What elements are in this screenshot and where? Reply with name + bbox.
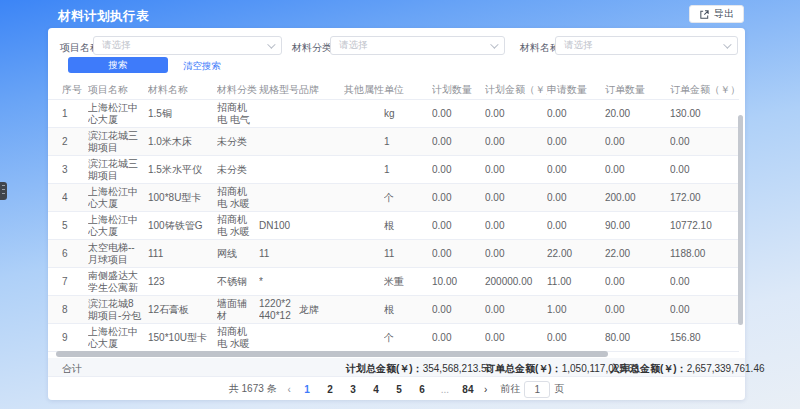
export-button[interactable]: 导出 bbox=[689, 5, 744, 23]
table-cell: 0.00 bbox=[432, 332, 485, 344]
table-cell: 招商机电 水暖材料 bbox=[217, 214, 259, 238]
table-cell: 1.5米水平仪 bbox=[148, 164, 217, 176]
table-cell: 米重 bbox=[384, 276, 432, 288]
horizontal-scrollbar[interactable] bbox=[56, 351, 608, 357]
chevron-down-icon bbox=[267, 40, 275, 48]
material-select[interactable]: 请选择 bbox=[555, 36, 738, 55]
table-body: 1上海松江中心大厦1.5铜招商机电 电气材料kg0.000.000.0020.0… bbox=[48, 100, 739, 352]
project-select-placeholder: 请选择 bbox=[102, 39, 267, 52]
category-select[interactable]: 请选择 bbox=[330, 36, 505, 55]
table-cell: 0.00 bbox=[432, 136, 485, 148]
export-label: 导出 bbox=[714, 7, 734, 21]
inbound-total: 入库总金额(￥)：2,657,339,761.46 bbox=[610, 362, 765, 376]
goto-page-input[interactable] bbox=[524, 381, 550, 398]
next-page-button[interactable]: › bbox=[484, 384, 487, 395]
table-cell: 不锈钢 bbox=[217, 276, 259, 288]
table-cell: 100铸铁管G bbox=[148, 220, 217, 232]
table-row[interactable]: 4上海松江中心大厦100*8U型卡招商机电 水暖材料个0.000.000.002… bbox=[48, 184, 739, 212]
inbound-total-value: 2,657,339,761.46 bbox=[687, 363, 765, 374]
table-row[interactable]: 7南侧盛达大学生公寓新建123不锈钢*米重10.00200000.0011.00… bbox=[48, 268, 739, 296]
table-cell: 0.00 bbox=[547, 192, 605, 204]
table-row[interactable]: 5上海松江中心大厦100铸铁管G招商机电 水暖材料DN100根0.000.000… bbox=[48, 212, 739, 240]
table-cell: 上海松江中心大厦 bbox=[88, 326, 148, 350]
table-cell: 个 bbox=[384, 332, 432, 344]
goto-label: 前往 bbox=[500, 382, 520, 396]
project-select[interactable]: 请选择 bbox=[93, 36, 282, 55]
table-cell: 滨江花城三期项目 bbox=[88, 158, 148, 182]
chevron-down-icon bbox=[723, 40, 731, 48]
table-cell: 滨江花城三期项目 bbox=[88, 130, 148, 154]
table-cell: 11.00 bbox=[547, 276, 605, 288]
page-number-list: 123456...84 bbox=[300, 384, 475, 395]
page-number-button[interactable]: 4 bbox=[369, 384, 383, 395]
table-cell: 0.00 bbox=[670, 136, 740, 148]
page-number-button[interactable]: 84 bbox=[461, 384, 475, 395]
table-cell: 0.00 bbox=[485, 332, 547, 344]
table-cell: 200.00 bbox=[605, 192, 670, 204]
table-cell: 100*8U型卡 bbox=[148, 192, 217, 204]
page-number-button[interactable]: 6 bbox=[415, 384, 429, 395]
table-cell: 1.0米木床 bbox=[148, 136, 217, 148]
goto-page: 前往 页 bbox=[500, 381, 564, 398]
table-cell: 22.00 bbox=[547, 248, 605, 260]
table-cell: 172.00 bbox=[670, 192, 740, 204]
table-cell: 0.00 bbox=[605, 136, 670, 148]
pagination: 共 1673 条 ‹ 123456...84 › 前往 页 bbox=[48, 380, 745, 398]
table-cell: 0.00 bbox=[547, 220, 605, 232]
table-cell: 上海松江中心大厦 bbox=[88, 102, 148, 126]
table-row[interactable]: 9上海松江中心大厦150*10U型卡招商机电 水暖材料个0.000.000.00… bbox=[48, 324, 739, 352]
table-cell: 123 bbox=[148, 276, 217, 288]
prev-page-button[interactable]: ‹ bbox=[288, 384, 291, 395]
table-cell: 1 bbox=[384, 164, 432, 176]
table-cell: 11 bbox=[259, 248, 299, 260]
table-row[interactable]: 8滨江花城8期项目-分包12石膏板墙面辅材1220*2440*12龙牌根0.00… bbox=[48, 296, 739, 324]
table-cell: 个 bbox=[384, 192, 432, 204]
page-number-button[interactable]: 5 bbox=[392, 384, 406, 395]
table-cell: 156.80 bbox=[670, 332, 740, 344]
table-cell: 9 bbox=[62, 332, 88, 344]
export-icon bbox=[699, 9, 710, 20]
table-row[interactable]: 2滨江花城三期项目1.0米木床未分类10.000.000.000.000.00 bbox=[48, 128, 739, 156]
column-header: 其他属性 bbox=[344, 83, 384, 97]
table-cell: 7 bbox=[62, 276, 88, 288]
table-cell: 上海松江中心大厦 bbox=[88, 214, 148, 238]
table-cell: 0.00 bbox=[432, 248, 485, 260]
table-cell: 未分类 bbox=[217, 136, 259, 148]
vertical-scrollbar[interactable] bbox=[738, 115, 743, 325]
table-cell: 130.00 bbox=[670, 108, 740, 120]
clear-search-link[interactable]: 清空搜索 bbox=[183, 60, 221, 73]
table-row[interactable]: 3滨江花城三期项目1.5米水平仪未分类10.000.000.000.000.00 bbox=[48, 156, 739, 184]
table-cell: 2 bbox=[62, 136, 88, 148]
page-number-button[interactable]: 2 bbox=[323, 384, 337, 395]
table-cell: 1220*2440*12 bbox=[259, 298, 299, 322]
table-cell: 20.00 bbox=[605, 108, 670, 120]
table-cell: 0.00 bbox=[432, 108, 485, 120]
search-button[interactable]: 搜索 bbox=[68, 57, 168, 73]
column-header: 计划数量 bbox=[432, 83, 485, 97]
table-row[interactable]: 6太空电梯--月球项目111网线11110.000.0022.0022.0011… bbox=[48, 240, 739, 268]
table-cell: 0.00 bbox=[485, 304, 547, 316]
plan-total-value: 354,568,213.58 bbox=[423, 363, 493, 374]
table-cell: DN100 bbox=[259, 220, 299, 232]
table-cell: 1188.00 bbox=[670, 248, 740, 260]
table-cell: 上海松江中心大厦 bbox=[88, 186, 148, 210]
table-cell: 1.5铜 bbox=[148, 108, 217, 120]
goto-suffix: 页 bbox=[554, 382, 564, 396]
table-cell: 0.00 bbox=[670, 276, 740, 288]
table-cell: 0.00 bbox=[485, 136, 547, 148]
sidebar-collapse-handle[interactable] bbox=[0, 182, 7, 200]
column-header: 计划金额（￥） bbox=[485, 83, 547, 97]
table-cell: 1 bbox=[384, 136, 432, 148]
table-cell: 200000.00 bbox=[485, 276, 547, 288]
table-cell: 龙牌 bbox=[299, 304, 344, 316]
table-cell: 10.00 bbox=[432, 276, 485, 288]
table-cell: 0.00 bbox=[670, 164, 740, 176]
table-cell: 12石膏板 bbox=[148, 304, 217, 316]
table-cell: * bbox=[259, 276, 299, 288]
table-cell: 0.00 bbox=[547, 164, 605, 176]
table-row[interactable]: 1上海松江中心大厦1.5铜招商机电 电气材料kg0.000.000.0020.0… bbox=[48, 100, 739, 128]
column-header: 材料分类 bbox=[217, 83, 259, 97]
table-cell: 6 bbox=[62, 248, 88, 260]
page-number-button[interactable]: 1 bbox=[300, 384, 314, 395]
page-number-button[interactable]: 3 bbox=[346, 384, 360, 395]
